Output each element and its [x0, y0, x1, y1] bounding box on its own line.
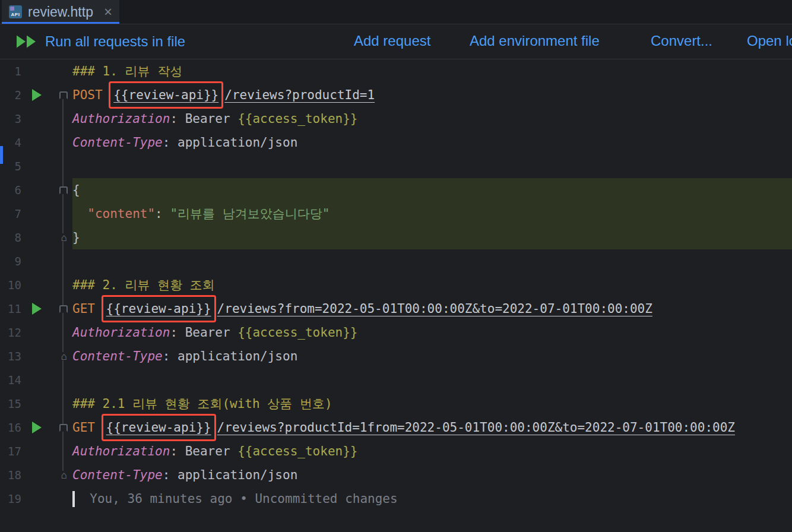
run-all-label: Run all requests in file: [45, 33, 185, 50]
line-number: 3: [0, 112, 24, 125]
line-number: 11: [0, 302, 24, 315]
code-line-content: POST {{review-api}}/reviews?productId=1: [72, 83, 792, 107]
editor-line-11: 11GET {{review-api}}/reviews?from=2022-0…: [0, 297, 792, 321]
line-number: 16: [0, 421, 24, 434]
tab-review-http[interactable]: API review.http ×: [2, 0, 119, 24]
code-text: {: [72, 183, 80, 197]
convert-button[interactable]: Convert...: [651, 33, 712, 49]
json-body-fragment: "content": "리뷰를 남겨보았습니다당": [72, 202, 792, 226]
fold-start-marker[interactable]: [59, 305, 68, 313]
run-all-icon: [17, 36, 37, 48]
request-url-link[interactable]: /reviews?productId=1from=2022-05-01T00:0…: [217, 420, 735, 435]
tab-close-icon[interactable]: ×: [104, 5, 112, 19]
line-number: 17: [0, 445, 24, 458]
env-variable-review-api[interactable]: {{review-api}}: [102, 414, 216, 441]
header-name: Content-Type: [72, 349, 163, 363]
http-api-file-icon: API: [9, 5, 22, 18]
header-name: Authorization: [72, 444, 170, 458]
editor-line-3: 3Authorization: Bearer {{access_token}}: [0, 107, 792, 131]
editor-line-15: 15### 2.1 리뷰 현황 조회(with 상품 번호): [0, 392, 792, 416]
line-number: 9: [0, 255, 24, 268]
fold-end-marker[interactable]: ⌂: [61, 352, 68, 360]
editor-line-14: 14: [0, 368, 792, 392]
run-all-requests-button[interactable]: Run all requests in file: [17, 24, 185, 59]
code-text: :: [155, 207, 170, 221]
editor-line-17: 17Authorization: Bearer {{access_token}}: [0, 439, 792, 463]
line-number: 19: [0, 492, 24, 505]
code-text: : Bearer: [170, 325, 237, 340]
http-file-toolbar: Run all requests in file Add request Add…: [0, 24, 792, 59]
add-environment-file-button[interactable]: Add environment file: [470, 33, 600, 49]
line-number: 12: [0, 326, 24, 339]
editor-line-19: 19 You, 36 minutes ago • Uncommitted cha…: [0, 487, 792, 511]
gutter-change-marker: [0, 146, 3, 164]
run-request-button[interactable]: [32, 303, 42, 315]
editor-line-12: 12Authorization: Bearer {{access_token}}: [0, 321, 792, 344]
editor-line-7: 7 "content": "리뷰를 남겨보았습니다당": [0, 202, 792, 226]
code-line-content: GET {{review-api}}/reviews?from=2022-05-…: [72, 297, 792, 321]
header-name: Authorization: [72, 325, 170, 340]
fold-start-marker[interactable]: [59, 91, 68, 99]
code-editor[interactable]: 1### 1. 리뷰 작성2POST {{review-api}}/review…: [0, 59, 792, 532]
code-line-content: Authorization: Bearer {{access_token}}: [72, 439, 792, 463]
env-variable-review-api[interactable]: {{review-api}}: [109, 81, 223, 109]
code-line-content: ### 2.1 리뷰 현황 조회(with 상품 번호): [72, 392, 792, 416]
code-line-content: ### 2. 리뷰 현황 조회: [72, 273, 792, 297]
code-line-content: You, 36 minutes ago • Uncommitted change…: [72, 487, 792, 511]
code-text: : Bearer: [170, 112, 237, 126]
tab-title: review.http: [28, 4, 93, 20]
editor-line-16: 16GET {{review-api}}/reviews?productId=1…: [0, 416, 792, 439]
json-body-fragment: {: [72, 178, 792, 202]
code-line-content: Authorization: Bearer {{access_token}}: [72, 107, 792, 131]
comment-text: ### 2. 리뷰 현황 조회: [72, 277, 215, 293]
header-name: Content-Type: [72, 135, 163, 150]
line-number: 18: [0, 468, 24, 482]
code-text: : application/json: [163, 135, 298, 150]
comment-text: ### 1. 리뷰 작성: [72, 63, 182, 80]
code-line-content: GET {{review-api}}/reviews?productId=1fr…: [72, 416, 792, 439]
code-line-content: Content-Type: application/json: [72, 131, 792, 154]
line-number: 4: [0, 136, 24, 149]
run-request-button[interactable]: [32, 422, 42, 433]
line-number: 2: [0, 88, 24, 102]
json-string-value: "리뷰를 남겨보았습니다당": [170, 205, 330, 222]
env-variable-review-api[interactable]: {{review-api}}: [102, 295, 216, 322]
line-number: 5: [0, 160, 24, 173]
header-name: Content-Type: [72, 468, 163, 482]
code-line-content: [72, 249, 792, 273]
line-number: 10: [0, 278, 24, 292]
line-number: 1: [0, 65, 24, 78]
git-blame-hint: You, 36 minutes ago • Uncommitted change…: [75, 492, 398, 506]
http-method-keyword: GET: [72, 420, 103, 435]
line-number: 14: [0, 373, 24, 387]
env-variable-access-token: {{access_token}}: [237, 444, 357, 458]
header-name: Authorization: [72, 112, 170, 126]
editor-tab-bar: API review.http ×: [0, 0, 792, 24]
editor-line-6: 6{: [0, 178, 792, 202]
code-text: }: [72, 230, 80, 245]
env-variable-access-token: {{access_token}}: [237, 325, 357, 340]
editor-line-8: 8⌂}: [0, 226, 792, 249]
fold-start-marker[interactable]: [59, 424, 68, 432]
code-text: [72, 207, 87, 221]
line-number: 8: [0, 231, 24, 244]
editor-line-10: 10### 2. 리뷰 현황 조회: [0, 273, 792, 297]
ide-window: API review.http × Run all requests in fi…: [0, 0, 792, 532]
line-number: 6: [0, 183, 24, 197]
editor-line-13: 13⌂Content-Type: application/json: [0, 344, 792, 368]
run-request-button[interactable]: [32, 89, 42, 101]
code-text: : Bearer: [170, 444, 237, 458]
open-log-button[interactable]: Open log: [747, 33, 792, 49]
fold-start-marker[interactable]: [59, 186, 68, 194]
http-method-keyword: GET: [72, 302, 103, 316]
fold-end-marker[interactable]: ⌂: [61, 233, 68, 242]
request-url-link[interactable]: /reviews?from=2022-05-01T00:00:00Z&to=20…: [217, 302, 652, 316]
comment-text: ### 2.1 리뷰 현황 조회(with 상품 번호): [72, 395, 332, 412]
fold-end-marker[interactable]: ⌂: [61, 471, 68, 479]
code-text: : application/json: [163, 349, 298, 363]
json-key: "content": [87, 207, 155, 221]
code-line-content: [72, 368, 792, 392]
add-request-button[interactable]: Add request: [354, 33, 430, 49]
request-url-link[interactable]: /reviews?productId=1: [224, 88, 375, 102]
code-line-content: [72, 154, 792, 178]
